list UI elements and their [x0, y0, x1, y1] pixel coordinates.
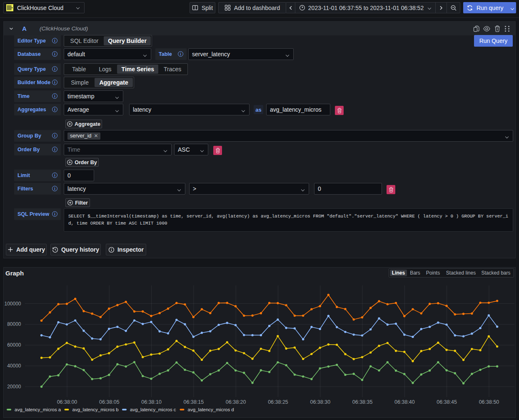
svg-text:avg_latency_micros a: avg_latency_micros a — [15, 407, 61, 412]
svg-text:100000: 100000 — [4, 301, 21, 307]
svg-text:20000: 20000 — [7, 384, 21, 390]
svg-text:06:38:50: 06:38:50 — [479, 399, 499, 405]
svg-text:06:38:05: 06:38:05 — [99, 399, 120, 405]
svg-text:avg_latency_micros d: avg_latency_micros d — [188, 407, 234, 412]
svg-text:06:38:00: 06:38:00 — [57, 399, 77, 405]
svg-text:40000: 40000 — [7, 363, 21, 369]
svg-text:06:38:10: 06:38:10 — [141, 399, 162, 405]
svg-text:06:38:25: 06:38:25 — [268, 399, 288, 405]
svg-text:06:38:15: 06:38:15 — [184, 399, 204, 405]
svg-text:06:38:30: 06:38:30 — [310, 399, 330, 405]
svg-text:06:38:35: 06:38:35 — [352, 399, 373, 405]
svg-text:avg_latency_micros c: avg_latency_micros c — [130, 407, 176, 412]
svg-text:avg_latency_micros b: avg_latency_micros b — [72, 407, 119, 412]
svg-text:06:38:20: 06:38:20 — [226, 399, 246, 405]
svg-text:06:38:40: 06:38:40 — [394, 399, 415, 405]
svg-text:80000: 80000 — [7, 321, 21, 327]
svg-text:06:38:45: 06:38:45 — [437, 399, 457, 405]
svg-text:60000: 60000 — [7, 342, 21, 348]
